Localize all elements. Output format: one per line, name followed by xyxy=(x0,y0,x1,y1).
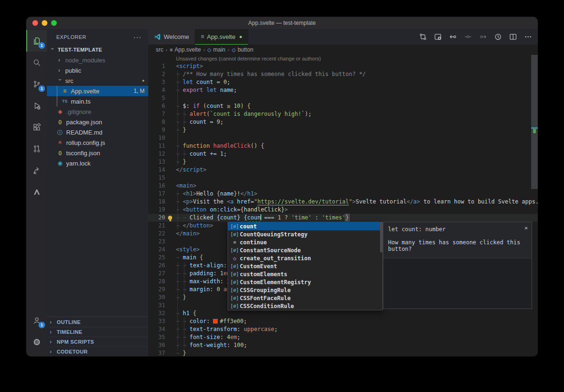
minimize-window-button[interactable] xyxy=(42,20,47,26)
navigate-forward-icon[interactable] xyxy=(479,33,487,41)
tree-item-README.md[interactable]: iREADME.md xyxy=(47,127,148,137)
suggestion-item-CSSGroupingRule[interactable]: [∅]CSSGroupingRule xyxy=(228,286,382,294)
code-line[interactable]: 9→ } xyxy=(148,126,538,134)
activity-item-search[interactable] xyxy=(26,52,47,73)
activity-item-run-debug[interactable] xyxy=(26,95,47,116)
open-changes-icon[interactable] xyxy=(419,33,427,41)
suggest-scrollbar[interactable] xyxy=(380,222,382,252)
activity-item-live-share[interactable] xyxy=(26,159,47,181)
line-number[interactable]: 6 xyxy=(148,102,165,110)
breadcrumb-item-src[interactable]: src xyxy=(156,46,163,53)
timeline-icon[interactable] xyxy=(494,33,502,41)
code-line[interactable]: 19→ <button on:click={handleClick}> xyxy=(148,206,538,214)
suggestion-item-CSSConditionRule[interactable]: [∅]CSSConditionRule xyxy=(228,302,382,310)
breadcrumb-item-main[interactable]: ◇main xyxy=(207,46,225,53)
line-number[interactable]: 31 xyxy=(148,302,165,309)
line-number[interactable]: 19 xyxy=(148,206,165,214)
breadcrumb-item-button[interactable]: ◇button xyxy=(232,46,253,53)
activity-item-accounts[interactable]: 1 xyxy=(26,309,47,331)
code-line[interactable]: 3→ let count = 0; xyxy=(148,78,538,86)
line-number[interactable]: 22 xyxy=(148,230,165,238)
code-line[interactable]: 5 xyxy=(148,94,538,102)
line-number[interactable]: 35 xyxy=(148,333,165,341)
sidebar-panel-timeline[interactable]: ›TIMELINE xyxy=(47,327,148,337)
scrollbar-thumb[interactable] xyxy=(531,55,538,189)
code-line[interactable]: 13→ } xyxy=(148,158,538,166)
breadcrumb-item-app-svelte[interactable]: ≡App.svelte xyxy=(170,46,201,53)
code-line[interactable]: 33→ → color: #ff3e00; xyxy=(148,317,538,325)
tree-item-tsconfig.json[interactable]: {}tsconfig.json xyxy=(47,148,148,158)
code-line[interactable]: 32→ h1 { xyxy=(148,309,538,317)
line-number[interactable]: 14 xyxy=(148,166,165,174)
suggestion-item-CountQueuingStrategy[interactable]: [∅]CountQueuingStrategy xyxy=(228,230,382,238)
line-number[interactable]: 33 xyxy=(148,317,165,325)
line-number[interactable]: 16 xyxy=(148,182,165,190)
line-number[interactable]: 37 xyxy=(148,349,165,356)
activity-item-source-control[interactable]: 1 xyxy=(26,73,47,95)
code-line[interactable]: 12→ → count += 1; xyxy=(148,150,538,158)
suggestion-item-CustomEvent[interactable]: [∅]CustomEvent xyxy=(228,262,382,270)
tree-item-src[interactable]: ›src● xyxy=(47,75,148,86)
tree-item-yarn.lock[interactable]: ◉yarn.lock xyxy=(47,158,148,168)
code-line[interactable]: 4→ export let name; xyxy=(148,86,538,94)
activity-item-settings[interactable] xyxy=(26,331,47,353)
line-number[interactable]: 34 xyxy=(148,325,165,333)
line-number[interactable]: 1 xyxy=(148,62,165,70)
line-number[interactable]: 21 xyxy=(148,222,165,230)
suggestion-item-create_out_transition[interactable]: ◇create_out_transition xyxy=(228,254,382,262)
line-number[interactable]: 27 xyxy=(148,270,165,278)
suggestion-item-ConstantSourceNode[interactable]: [∅]ConstantSourceNode xyxy=(228,246,382,254)
code-line[interactable]: 1<script> xyxy=(148,62,538,70)
navigate-back-icon[interactable] xyxy=(449,33,457,41)
line-number[interactable]: 29 xyxy=(148,286,165,294)
code-line[interactable]: 10 xyxy=(148,134,538,142)
tree-item-package.json[interactable]: {}package.json xyxy=(47,117,148,127)
suggestion-item-count[interactable]: [∅]count xyxy=(228,222,382,230)
close-window-button[interactable] xyxy=(32,20,38,26)
line-number[interactable]: 17 xyxy=(148,190,165,198)
navigate-previous-icon[interactable] xyxy=(464,33,472,41)
line-number[interactable]: 23 xyxy=(148,238,165,246)
open-preview-icon[interactable] xyxy=(434,33,442,41)
code-line[interactable]: 18→ <p>Visit the <a href="https://svelte… xyxy=(148,198,538,206)
sidebar-panel-npm-scripts[interactable]: ›NPM SCRIPTS xyxy=(47,337,148,347)
line-number[interactable]: 28 xyxy=(148,278,165,286)
line-number[interactable]: 9 xyxy=(148,126,165,134)
tab-app-svelte[interactable]: ≡App.svelte● xyxy=(195,29,248,45)
activity-item-extensions[interactable] xyxy=(26,116,47,138)
tree-root[interactable]: ›TEST-TEMPLATE xyxy=(47,45,148,55)
line-number[interactable]: 13 xyxy=(148,158,165,166)
suggestion-item-customElements[interactable]: [∅]customElements xyxy=(228,270,382,278)
line-number[interactable]: 36 xyxy=(148,341,165,349)
code-line[interactable]: 34→ → text-transform: uppercase; xyxy=(148,325,538,333)
activity-item-pull-requests[interactable] xyxy=(26,138,47,159)
suggestion-item-CustomElementRegistry[interactable]: [∅]CustomElementRegistry xyxy=(228,278,382,286)
code-line[interactable]: 16<main> xyxy=(148,182,538,190)
code-line[interactable]: 2→ /** How many times has someone clicke… xyxy=(148,70,538,78)
suggestion-item-CSSFontFaceRule[interactable]: [∅]CSSFontFaceRule xyxy=(228,294,382,302)
line-number[interactable]: 30 xyxy=(148,294,165,302)
line-number[interactable]: 10 xyxy=(148,134,165,142)
line-number[interactable]: 24 xyxy=(148,246,165,254)
code-editor[interactable]: Unsaved changes (cannot determine recent… xyxy=(148,55,538,356)
line-number[interactable]: 18 xyxy=(148,198,165,206)
title-bar[interactable]: App.svelte — test-template xyxy=(26,17,538,29)
line-number[interactable]: 26 xyxy=(148,262,165,270)
line-number[interactable]: 8 xyxy=(148,118,165,126)
tree-item-App.svelte[interactable]: ≡App.svelte1, M xyxy=(47,86,148,96)
line-number[interactable]: 12 xyxy=(148,150,165,158)
tree-item-main.ts[interactable]: TSmain.ts xyxy=(47,96,148,106)
zoom-window-button[interactable] xyxy=(51,20,57,26)
tab-welcome[interactable]: Welcome xyxy=(148,29,195,45)
editor-scrollbar[interactable] xyxy=(531,55,538,356)
close-icon[interactable]: ✕ xyxy=(525,225,528,231)
line-number[interactable]: 15 xyxy=(148,174,165,182)
tree-item-public[interactable]: ›public xyxy=(47,65,148,75)
activity-item-azure[interactable] xyxy=(26,181,47,203)
code-line[interactable]: 35→ → font-size: 4em; xyxy=(148,333,538,341)
line-number[interactable]: 2 xyxy=(148,70,165,78)
suggestion-item-continue[interactable]: ≡continue xyxy=(228,238,382,246)
lightbulb-icon[interactable] xyxy=(168,216,172,220)
split-editor-icon[interactable] xyxy=(509,33,517,41)
code-line[interactable]: 36→ → font-weight: 100; xyxy=(148,341,538,349)
